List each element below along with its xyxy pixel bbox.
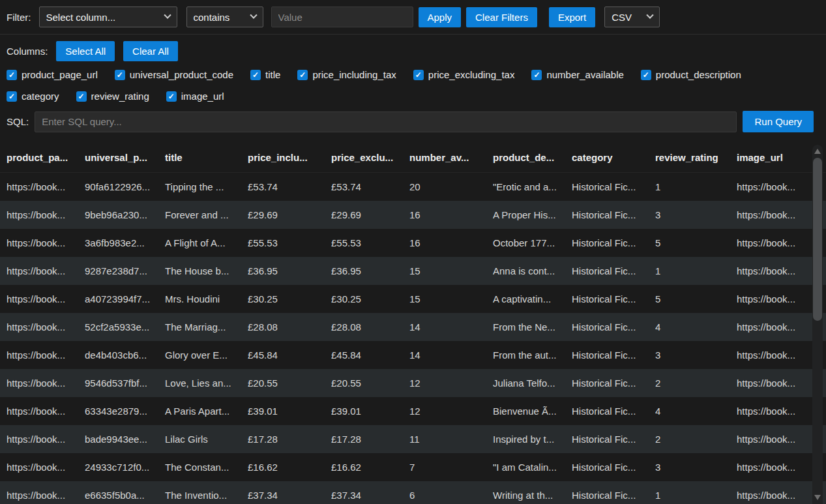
table-row[interactable]: https://book...24933c712f0...The Constan… bbox=[0, 453, 826, 481]
table-cell: 12 bbox=[409, 378, 493, 389]
table-cell: £29.69 bbox=[331, 209, 409, 220]
table-row[interactable]: https://book...9546d537fbf...Love, Lies … bbox=[0, 369, 826, 397]
checkbox-checked-icon[interactable]: ✓ bbox=[413, 70, 424, 80]
column-checkbox-item[interactable]: ✓ title bbox=[250, 69, 280, 80]
column-checkbox-item[interactable]: ✓ price_excluding_tax bbox=[413, 69, 515, 80]
table-cell: 5 bbox=[655, 293, 737, 304]
table-cell: https://book... bbox=[737, 349, 810, 361]
column-checkbox-item[interactable]: ✓ category bbox=[7, 91, 59, 102]
clear-all-button[interactable]: Clear All bbox=[123, 41, 178, 61]
filter-bar: Filter: Select column... contains Apply … bbox=[0, 0, 826, 35]
column-checkbox-item[interactable]: ✓ review_rating bbox=[76, 91, 149, 102]
select-all-button[interactable]: Select All bbox=[56, 41, 115, 61]
table-cell: 3 bbox=[655, 209, 737, 220]
table-cell: £53.74 bbox=[331, 181, 409, 192]
column-checkbox-label: title bbox=[265, 69, 280, 80]
table-row[interactable]: https://book...9beb96a230...Forever and … bbox=[0, 201, 826, 229]
table-cell: https://book... bbox=[7, 349, 85, 361]
column-checkbox-item[interactable]: ✓ universal_product_code bbox=[115, 69, 233, 80]
checkbox-checked-icon[interactable]: ✓ bbox=[641, 70, 651, 80]
table-cell: https://book... bbox=[737, 434, 810, 445]
table-row[interactable]: https://book...a40723994f7...Mrs. Houdin… bbox=[0, 285, 826, 313]
checkbox-checked-icon[interactable]: ✓ bbox=[297, 70, 308, 80]
scrollbar-thumb[interactable] bbox=[813, 158, 822, 321]
vertical-scrollbar[interactable] bbox=[812, 145, 823, 504]
export-format-select[interactable]: CSV bbox=[604, 7, 660, 27]
column-checkbox-item[interactable]: ✓ image_url bbox=[166, 91, 224, 102]
table-cell: £36.95 bbox=[248, 265, 331, 276]
sql-query-input[interactable] bbox=[35, 111, 737, 132]
checkbox-checked-icon[interactable]: ✓ bbox=[76, 91, 87, 102]
column-header[interactable]: review_rating bbox=[655, 152, 737, 163]
checkbox-checked-icon[interactable]: ✓ bbox=[7, 70, 17, 80]
scroll-down-icon[interactable] bbox=[814, 495, 821, 500]
table-cell: A captivatin... bbox=[493, 293, 572, 304]
column-header[interactable]: price_exclu... bbox=[331, 152, 409, 163]
checkbox-checked-icon[interactable]: ✓ bbox=[7, 91, 17, 102]
table-cell: "Erotic and a... bbox=[493, 181, 572, 192]
table-row[interactable]: https://book...63343e2879...A Paris Apar… bbox=[0, 397, 826, 425]
checkbox-checked-icon[interactable]: ✓ bbox=[531, 70, 542, 80]
table-row[interactable]: https://book...e6635f5b0a...The Inventio… bbox=[0, 481, 826, 504]
table-cell: 3 bbox=[655, 349, 737, 361]
table-row[interactable]: https://book...90fa6122926...Tipping the… bbox=[0, 173, 826, 201]
table-cell: Historical Fic... bbox=[572, 209, 655, 220]
table-cell: 6 bbox=[409, 490, 493, 501]
column-checkbox-item[interactable]: ✓ price_including_tax bbox=[297, 69, 396, 80]
run-query-button[interactable]: Run Query bbox=[743, 111, 814, 132]
table-cell: £29.69 bbox=[248, 209, 331, 220]
column-checkbox-item[interactable]: ✓ product_page_url bbox=[7, 69, 98, 80]
table-cell: £16.62 bbox=[331, 462, 409, 473]
table-row[interactable]: https://book...de4b403cb6...Glory over E… bbox=[0, 341, 826, 369]
column-header[interactable]: number_av... bbox=[409, 152, 493, 163]
table-cell: 7 bbox=[409, 462, 493, 473]
column-header[interactable]: product_pa... bbox=[7, 152, 85, 163]
table-row[interactable]: https://book...bade9943ee...Lilac Girls£… bbox=[0, 425, 826, 453]
column-checkbox-item[interactable]: ✓ number_available bbox=[531, 69, 623, 80]
column-checkbox-label: review_rating bbox=[91, 91, 149, 102]
table-cell: Glory over E... bbox=[165, 349, 248, 361]
column-checkbox-item[interactable]: ✓ product_description bbox=[641, 69, 741, 80]
column-header[interactable]: title bbox=[165, 152, 248, 163]
checkbox-checked-icon[interactable]: ✓ bbox=[250, 70, 261, 80]
column-checkbox-label: category bbox=[22, 91, 59, 102]
table-cell: 2 bbox=[655, 378, 737, 389]
table-cell: £45.84 bbox=[331, 349, 409, 361]
column-header[interactable]: product_de... bbox=[493, 152, 572, 163]
column-header[interactable]: image_url bbox=[737, 152, 810, 163]
table-cell: https://book... bbox=[7, 378, 85, 389]
column-header[interactable]: category bbox=[572, 152, 655, 163]
table-cell: 90fa6122926... bbox=[85, 181, 165, 192]
scroll-up-icon[interactable] bbox=[814, 149, 821, 154]
table-cell: 24933c712f0... bbox=[85, 462, 165, 473]
table-row[interactable]: https://book...52cf2a5933e...The Marriag… bbox=[0, 313, 826, 341]
clear-filters-button[interactable]: Clear Filters bbox=[466, 7, 537, 27]
table-cell: 1 bbox=[655, 265, 737, 276]
filter-operator-select[interactable]: contains bbox=[186, 7, 263, 27]
column-header[interactable]: price_inclu... bbox=[248, 152, 331, 163]
table-cell: Historical Fic... bbox=[572, 181, 655, 192]
checkbox-checked-icon[interactable]: ✓ bbox=[166, 91, 177, 102]
table-cell: https://book... bbox=[737, 406, 810, 417]
filter-column-select[interactable]: Select column... bbox=[39, 7, 177, 27]
apply-button[interactable]: Apply bbox=[419, 7, 462, 27]
table-cell: The Marriag... bbox=[165, 321, 248, 333]
table-row[interactable]: https://book...9287e238d7...The House b.… bbox=[0, 257, 826, 285]
checkbox-checked-icon[interactable]: ✓ bbox=[115, 70, 125, 80]
table-cell: £37.34 bbox=[248, 490, 331, 501]
sql-bar: SQL: Run Query bbox=[0, 103, 826, 139]
table-cell: 9546d537fbf... bbox=[85, 378, 165, 389]
export-button[interactable]: Export bbox=[549, 7, 595, 27]
column-header[interactable]: universal_p... bbox=[85, 152, 165, 163]
table-cell: https://book... bbox=[7, 293, 85, 304]
table-header-row: product_pa...universal_p...titleprice_in… bbox=[0, 143, 826, 173]
table-cell: £36.95 bbox=[331, 265, 409, 276]
table-row[interactable]: https://book...3a6fb983e2...A Flight of … bbox=[0, 229, 826, 257]
table-cell: https://book... bbox=[737, 181, 810, 192]
table-cell: Bienvenue Ã... bbox=[493, 406, 572, 417]
filter-operator-select-value: contains bbox=[194, 12, 230, 23]
columns-bar: Columns: Select All Clear All bbox=[0, 35, 826, 64]
filter-value-input[interactable] bbox=[271, 7, 413, 27]
export-format-select-value: CSV bbox=[612, 12, 632, 23]
table-cell: Writing at th... bbox=[493, 490, 572, 501]
